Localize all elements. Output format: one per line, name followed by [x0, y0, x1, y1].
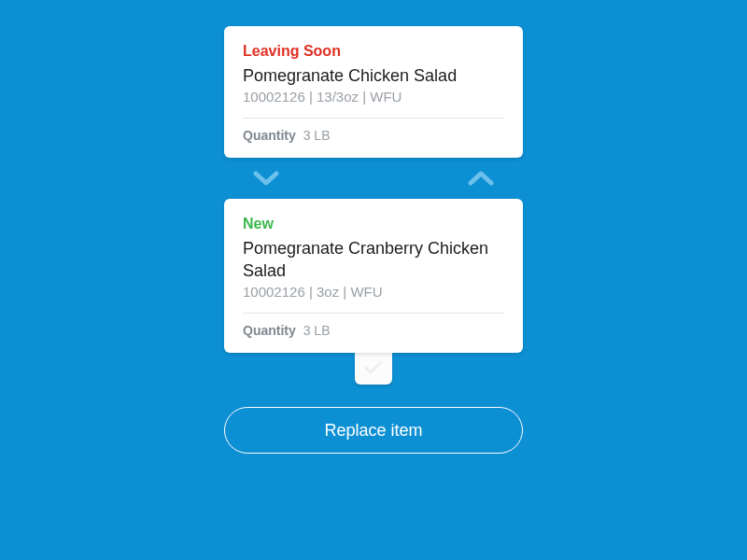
- confirm-tab[interactable]: [355, 351, 392, 385]
- check-icon: [363, 359, 384, 376]
- leaving-item-title: Pomegranate Chicken Salad: [243, 65, 504, 87]
- leaving-quantity-row: Quantity 3 LB: [243, 128, 504, 143]
- chevron-down-icon: [252, 169, 280, 188]
- new-item-title: Pomegranate Cranberry Chicken Salad: [243, 238, 504, 282]
- replace-item-button[interactable]: Replace item: [224, 407, 523, 454]
- chevron-up-icon: [467, 169, 495, 188]
- leaving-item-meta: 10002126 | 13/3oz | WFU: [243, 89, 504, 105]
- new-quantity-row: Quantity 3 LB: [243, 323, 504, 338]
- status-leaving-soon: Leaving Soon: [243, 43, 504, 60]
- new-item-meta: 10002126 | 3oz | WFU: [243, 284, 504, 300]
- quantity-label: Quantity: [243, 128, 296, 143]
- quantity-value: 3 LB: [303, 128, 331, 143]
- divider: [243, 313, 504, 314]
- replace-item-panel: Leaving Soon Pomegranate Chicken Salad 1…: [215, 26, 532, 560]
- new-item-card: New Pomegranate Cranberry Chicken Salad …: [224, 199, 523, 353]
- quantity-label: Quantity: [243, 323, 296, 338]
- status-new: New: [243, 216, 504, 232]
- swap-arrows: [224, 163, 523, 193]
- divider: [243, 118, 504, 119]
- quantity-value: 3 LB: [303, 323, 331, 338]
- leaving-item-card: Leaving Soon Pomegranate Chicken Salad 1…: [224, 26, 523, 158]
